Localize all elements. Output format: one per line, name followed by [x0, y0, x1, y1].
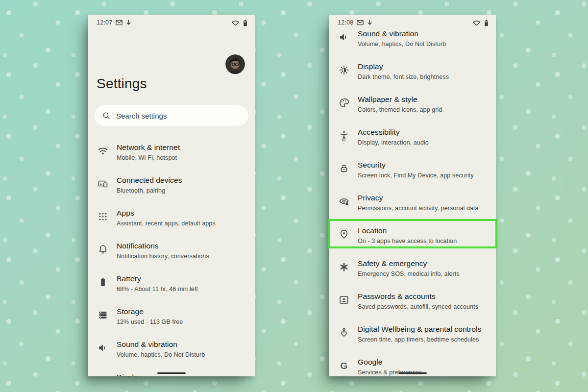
settings-list: Network & internetMobile, Wi-Fi, hotspot… — [88, 137, 255, 376]
settings-item-apps[interactable]: AppsAssistant, recent apps, default apps — [88, 203, 255, 236]
settings-item-wallpaper-style[interactable]: Wallpaper & styleColors, themed icons, a… — [329, 89, 496, 122]
item-subtitle: Display, interaction, audio — [358, 139, 429, 147]
wellbeing-heart-icon — [338, 327, 350, 339]
battery-status-icon — [243, 20, 247, 26]
speaker-icon — [338, 31, 350, 43]
item-subtitle: Permissions, account activity, personal … — [358, 204, 479, 213]
palette-icon — [338, 97, 350, 109]
item-subtitle: 12% used - 113 GB free — [117, 318, 183, 326]
battery-status-icon — [484, 20, 489, 26]
status-time: 12:08 — [338, 19, 353, 26]
item-title: Battery — [117, 273, 198, 284]
battery-icon — [97, 276, 109, 288]
item-title: Security — [358, 160, 474, 171]
item-title: Digital Wellbeing & parental controls — [358, 324, 481, 335]
item-subtitle: On - 3 apps have access to location — [358, 237, 457, 245]
settings-list: Sound & vibrationVolume, haptics, Do Not… — [329, 30, 496, 376]
item-subtitle: Screen lock, Find My Device, app securit… — [358, 172, 474, 180]
item-title: Sound & vibration — [117, 339, 205, 350]
gesture-handle[interactable] — [398, 372, 427, 374]
settings-item-display[interactable]: DisplayDark theme, font size, brightness — [329, 56, 496, 89]
settings-item-sound-vibration[interactable]: Sound & vibrationVolume, haptics, Do Not… — [88, 334, 255, 367]
item-subtitle: 68% - About 11 hr, 46 min left — [117, 285, 198, 294]
item-subtitle: Notification history, conversations — [117, 252, 209, 261]
settings-item-connected-devices[interactable]: Connected devicesBluetooth, pairing — [88, 170, 255, 203]
settings-item-network-internet[interactable]: Network & internetMobile, Wi-Fi, hotspot — [88, 137, 255, 170]
download-arrow-icon — [126, 20, 131, 26]
phone-screenshot-right: Sound & vibrationVolume, haptics, Do Not… — [329, 15, 496, 376]
settings-item-battery[interactable]: Battery68% - About 11 hr, 46 min left — [88, 269, 255, 301]
accessibility-person-icon — [338, 130, 350, 142]
display-brightness-icon — [338, 64, 350, 76]
lock-icon — [338, 163, 350, 174]
item-subtitle: Screen time, app timers, bedtime schedul… — [358, 336, 481, 344]
item-title: Notifications — [117, 241, 209, 251]
item-title: Privacy — [358, 193, 479, 203]
gmail-icon — [116, 20, 122, 25]
item-subtitle: Assistant, recent apps, default apps — [117, 220, 216, 228]
settings-item-accessibility[interactable]: AccessibilityDisplay, interaction, audio — [329, 122, 496, 155]
wifi-icon — [97, 145, 109, 157]
settings-item-location[interactable]: LocationOn - 3 apps have access to locat… — [329, 220, 496, 253]
speaker-icon — [97, 342, 109, 354]
item-title: Display — [117, 372, 142, 376]
notifications-bell-icon — [97, 244, 109, 255]
display-brightness-icon — [97, 375, 109, 376]
settings-item-notifications[interactable]: NotificationsNotification history, conve… — [88, 236, 255, 269]
item-title: Wallpaper & style — [358, 94, 442, 105]
item-title: Google — [358, 357, 422, 368]
desktop-background: { "colors":{ "background":"#a5d4bd", "do… — [0, 0, 588, 392]
gesture-handle[interactable] — [157, 372, 186, 374]
item-subtitle: Bluetooth, pairing — [117, 187, 182, 195]
item-subtitle: Colors, themed icons, app grid — [358, 106, 442, 114]
item-title: Storage — [117, 306, 183, 317]
item-title: Safety & emergency — [358, 258, 460, 269]
person-card-icon — [338, 294, 350, 306]
status-bar: 12:08 — [329, 15, 496, 30]
privacy-eye-icon — [338, 196, 350, 207]
google-g-icon: G — [338, 360, 350, 371]
item-title: Passwords & accounts — [358, 291, 478, 302]
item-title: Connected devices — [117, 175, 182, 186]
search-input[interactable]: Search settings — [95, 105, 248, 126]
item-subtitle: Volume, haptics, Do Not Disturb — [358, 40, 446, 49]
apps-grid-icon — [97, 211, 109, 222]
item-subtitle: Mobile, Wi-Fi, hotspot — [117, 154, 180, 162]
settings-item-passwords-accounts[interactable]: Passwords & accountsSaved passwords, aut… — [329, 286, 496, 319]
page-title: Settings — [97, 76, 147, 92]
item-subtitle: Saved passwords, autofill, synced accoun… — [358, 303, 478, 311]
item-title: Location — [358, 225, 457, 236]
wifi-status-icon — [472, 20, 481, 26]
settings-item-digital-wellbeing[interactable]: Digital Wellbeing & parental controlsScr… — [329, 319, 496, 352]
item-subtitle: Dark theme, font size, brightness — [358, 73, 449, 81]
item-title: Accessibility — [358, 127, 429, 138]
phone-screenshot-left: 12:07 Settings Search settings — [88, 15, 255, 376]
status-time: 12:07 — [97, 19, 112, 26]
settings-item-privacy[interactable]: PrivacyPermissions, account activity, pe… — [329, 188, 496, 220]
settings-item-display[interactable]: Display — [88, 367, 255, 376]
item-title: Display — [358, 61, 449, 72]
item-subtitle: Volume, haptics, Do Not Disturb — [117, 351, 205, 359]
item-title: Network & internet — [117, 142, 180, 153]
connected-devices-icon — [97, 178, 109, 190]
settings-item-storage[interactable]: Storage12% used - 113 GB free — [88, 301, 255, 334]
safety-asterisk-icon — [338, 261, 350, 273]
item-title: Apps — [117, 208, 216, 219]
item-subtitle: Emergency SOS, medical info, alerts — [358, 270, 460, 278]
settings-item-security[interactable]: SecurityScreen lock, Find My Device, app… — [329, 155, 496, 188]
download-arrow-icon — [367, 20, 372, 26]
gmail-icon — [357, 20, 364, 25]
status-bar: 12:07 — [88, 15, 255, 30]
avatar[interactable] — [225, 54, 245, 74]
storage-icon — [97, 309, 109, 321]
location-pin-icon — [338, 228, 350, 240]
search-placeholder: Search settings — [116, 112, 167, 120]
wifi-status-icon — [231, 20, 240, 26]
settings-item-safety-emergency[interactable]: Safety & emergencyEmergency SOS, medical… — [329, 253, 496, 286]
search-icon — [102, 111, 111, 120]
